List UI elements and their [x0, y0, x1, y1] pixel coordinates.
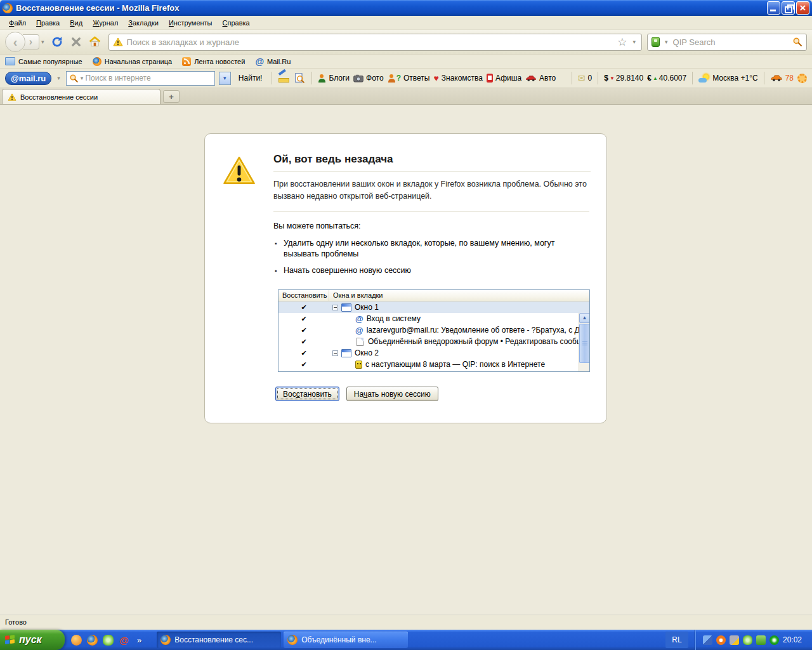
tree-scrollbar[interactable]: [579, 313, 589, 371]
restore-checkbox[interactable]: ✔: [278, 349, 329, 357]
web-search-input[interactable]: [673, 37, 789, 47]
tree-row-partial[interactable]: [278, 370, 589, 371]
mailru-link-answers[interactable]: ? Ответы: [388, 74, 430, 83]
usb-tray-icon[interactable]: [756, 635, 766, 645]
mailru-combo-arrow[interactable]: ▾: [219, 72, 231, 85]
mailru-link-blogs[interactable]: Блоги: [318, 74, 350, 83]
firefox-icon: [160, 635, 171, 645]
firefox-icon: [93, 57, 102, 66]
heart-icon: ♥: [433, 74, 438, 83]
start-label: пуск: [19, 634, 42, 646]
search-magnifier-icon[interactable]: [792, 37, 802, 47]
warning-tray-icon[interactable]: [730, 635, 739, 645]
quicklaunch-firefox-icon[interactable]: [87, 635, 98, 646]
mailru-search-dropdown[interactable]: ▾: [79, 74, 86, 83]
restore-checkbox[interactable]: ✔: [278, 315, 329, 323]
restore-session-button[interactable]: Восстановить: [275, 387, 339, 401]
page-search-button[interactable]: [293, 70, 306, 86]
mailru-find-button[interactable]: Найти!: [235, 72, 266, 84]
web-search-box[interactable]: ▾: [647, 34, 807, 51]
bookmark-star-icon[interactable]: ☆: [617, 37, 627, 48]
tab-session-restore[interactable]: Восстановление сессии: [2, 89, 160, 104]
tree-row-tab[interactable]: ✔ @ Вход в систему: [278, 313, 589, 324]
collapse-expander-icon[interactable]: [332, 305, 338, 310]
new-tab-button[interactable]: +: [163, 90, 180, 103]
task-session-restore[interactable]: Восстановление сес...: [157, 632, 281, 648]
session-restore-dialog: Ой, вот ведь незадача При восстановлении…: [204, 133, 607, 423]
punto-tray-icon[interactable]: [716, 635, 726, 645]
close-button[interactable]: [796, 1, 809, 15]
quicklaunch-mailru-agent-icon[interactable]: @: [119, 635, 129, 646]
stop-button[interactable]: [68, 34, 84, 50]
tree-row-tab[interactable]: ✔ с наступающим 8 марта — QIP: поиск в И…: [278, 359, 589, 370]
restore-checkbox[interactable]: ✔: [278, 326, 329, 335]
highlighter-icon[interactable]: [278, 73, 289, 83]
eur-rate[interactable]: € ▲ 40.6007: [647, 74, 686, 83]
mailru-link-auto[interactable]: Авто: [525, 74, 556, 83]
network-tray-icon[interactable]: [703, 635, 712, 645]
car-icon: [525, 75, 537, 82]
history-dropdown-button[interactable]: ▾: [39, 37, 46, 46]
link-label: Афиша: [495, 74, 521, 83]
menu-tools[interactable]: Инструменты: [164, 17, 218, 29]
minimize-button[interactable]: [767, 1, 780, 15]
restore-checkbox[interactable]: ✔: [278, 361, 329, 369]
gear-icon[interactable]: [797, 74, 807, 83]
mailru-search-box[interactable]: ▾: [66, 71, 215, 86]
mailru-at-icon: @: [255, 57, 264, 66]
tree-row-window1[interactable]: ✔ Окно 1: [278, 302, 589, 313]
scroll-up-icon[interactable]: [579, 313, 589, 323]
column-restore[interactable]: Восстановить: [278, 290, 329, 301]
start-button[interactable]: пуск: [0, 630, 65, 650]
bookmark-start-page[interactable]: Начальная страница: [93, 57, 172, 66]
urlbar-dropdown-button[interactable]: ▾: [631, 37, 638, 46]
menu-bookmarks[interactable]: Закладки: [123, 17, 164, 29]
restore-checkbox[interactable]: ✔: [278, 338, 329, 346]
address-bar[interactable]: ☆ ▾: [108, 34, 642, 51]
icq-tray-icon[interactable]: [743, 635, 752, 645]
traffic-widget[interactable]: 78: [770, 74, 794, 83]
bookmark-mailru[interactable]: $ @ Mail.Ru: [255, 57, 291, 66]
task-forum-window[interactable]: Объединённый вне...: [284, 632, 408, 648]
menu-history[interactable]: Журнал: [88, 17, 123, 29]
mailru-search-input[interactable]: [85, 74, 214, 83]
home-button[interactable]: [87, 34, 103, 50]
back-button[interactable]: ‹: [5, 32, 25, 52]
usd-rate[interactable]: $ ▼ 29.8140: [604, 74, 643, 83]
mailru-logo-button[interactable]: @mail.ru: [5, 72, 51, 85]
agent-tray-icon[interactable]: [769, 635, 779, 645]
menu-file[interactable]: Файл: [4, 17, 31, 29]
tray-clock[interactable]: 20:02: [783, 635, 806, 644]
reload-button[interactable]: [49, 34, 65, 50]
new-session-button[interactable]: Начать новую сессию: [346, 387, 438, 401]
scrollbar-thumb[interactable]: [579, 324, 589, 363]
mailru-link-dating[interactable]: ♥ Знакомства: [433, 74, 483, 83]
tree-body: ✔ Окно 1 ✔ @ Вход в систему ✔ @ lazarev: [278, 302, 589, 371]
separator: [311, 72, 312, 84]
bookmark-most-visited[interactable]: Самые популярные: [5, 57, 82, 65]
weather-widget[interactable]: Москва +1°C: [698, 74, 757, 83]
column-windows-tabs[interactable]: Окна и вкладки: [329, 290, 387, 301]
quicklaunch-app-icon[interactable]: [71, 635, 82, 646]
quicklaunch-overflow-chevron[interactable]: »: [134, 635, 144, 645]
collapse-expander-icon[interactable]: [332, 350, 338, 356]
tree-row-window2[interactable]: ✔ Окно 2: [278, 347, 589, 359]
menu-bar: Файл Правка Вид Журнал Закладки Инструме…: [0, 16, 812, 30]
tree-row-tab[interactable]: ✔ @ lazarevgurb@mail.ru: Уведомление об …: [278, 324, 589, 336]
quicklaunch-icq-icon[interactable]: [103, 635, 114, 646]
row-label: с наступающим 8 марта — QIP: поиск в Инт…: [365, 360, 545, 369]
mailru-link-photo[interactable]: Фото: [353, 74, 384, 83]
menu-help[interactable]: Справка: [218, 17, 255, 29]
mailru-logo-dropdown[interactable]: ▾: [55, 74, 62, 83]
search-engine-dropdown[interactable]: ▾: [663, 37, 670, 46]
bookmark-news-feed[interactable]: Лента новостей: [182, 57, 245, 66]
menu-view[interactable]: Вид: [65, 17, 88, 29]
url-input[interactable]: [127, 37, 614, 47]
restore-button[interactable]: [782, 1, 795, 15]
restore-checkbox[interactable]: ✔: [278, 303, 329, 312]
mailru-mail-counter[interactable]: ✉ 0: [578, 74, 592, 83]
menu-edit[interactable]: Правка: [31, 17, 65, 29]
language-indicator[interactable]: RL: [665, 632, 688, 648]
mailru-link-afisha[interactable]: Афиша: [487, 74, 521, 83]
tree-row-tab[interactable]: ✔ Объединённый внедорожный форум • Редак…: [278, 336, 589, 347]
